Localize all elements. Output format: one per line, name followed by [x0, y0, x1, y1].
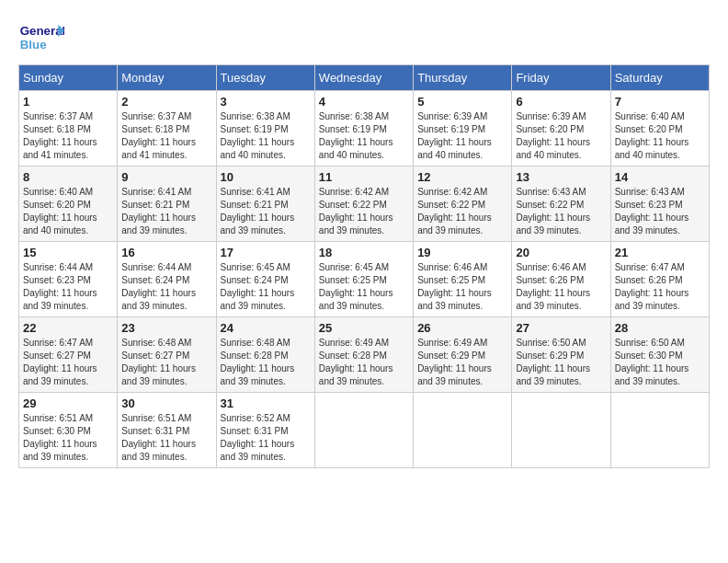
calendar-cell [414, 393, 512, 468]
day-number: 20 [516, 246, 606, 259]
day-info: Sunrise: 6:51 AM Sunset: 6:30 PM Dayligh… [23, 412, 113, 464]
day-info: Sunrise: 6:38 AM Sunset: 6:19 PM Dayligh… [319, 110, 409, 162]
day-info: Sunrise: 6:45 AM Sunset: 6:25 PM Dayligh… [319, 261, 409, 313]
day-number: 7 [615, 95, 705, 109]
day-number: 12 [417, 170, 507, 184]
calendar-cell: 1 Sunrise: 6:37 AM Sunset: 6:18 PM Dayli… [19, 91, 118, 167]
calendar-cell: 11 Sunrise: 6:42 AM Sunset: 6:22 PM Dayl… [314, 167, 413, 242]
calendar-week-4: 22 Sunrise: 6:47 AM Sunset: 6:27 PM Dayl… [19, 317, 710, 393]
calendar-cell [512, 393, 610, 468]
day-info: Sunrise: 6:42 AM Sunset: 6:22 PM Dayligh… [417, 186, 507, 237]
weekday-header-sunday: Sunday [19, 65, 118, 91]
day-info: Sunrise: 6:48 AM Sunset: 6:27 PM Dayligh… [121, 337, 211, 388]
day-number: 15 [23, 246, 113, 259]
day-number: 11 [319, 170, 409, 184]
day-number: 29 [23, 396, 113, 410]
svg-text:Blue: Blue [20, 38, 47, 52]
day-info: Sunrise: 6:42 AM Sunset: 6:22 PM Dayligh… [319, 186, 409, 237]
calendar-cell: 2 Sunrise: 6:37 AM Sunset: 6:18 PM Dayli… [118, 91, 216, 167]
calendar-cell: 18 Sunrise: 6:45 AM Sunset: 6:25 PM Dayl… [314, 242, 413, 317]
calendar-cell: 21 Sunrise: 6:47 AM Sunset: 6:26 PM Dayl… [610, 242, 709, 317]
day-info: Sunrise: 6:41 AM Sunset: 6:21 PM Dayligh… [121, 186, 211, 237]
calendar-week-3: 15 Sunrise: 6:44 AM Sunset: 6:23 PM Dayl… [19, 242, 710, 317]
calendar-cell: 17 Sunrise: 6:45 AM Sunset: 6:24 PM Dayl… [216, 242, 314, 317]
day-info: Sunrise: 6:50 AM Sunset: 6:29 PM Dayligh… [516, 337, 606, 388]
day-number: 25 [319, 321, 409, 335]
day-number: 9 [121, 170, 211, 184]
day-info: Sunrise: 6:39 AM Sunset: 6:19 PM Dayligh… [417, 110, 507, 162]
day-number: 31 [221, 396, 311, 410]
day-info: Sunrise: 6:44 AM Sunset: 6:24 PM Dayligh… [121, 261, 211, 313]
calendar-cell: 6 Sunrise: 6:39 AM Sunset: 6:20 PM Dayli… [512, 91, 610, 167]
day-number: 8 [23, 170, 113, 184]
day-number: 6 [516, 95, 606, 109]
calendar-cell: 3 Sunrise: 6:38 AM Sunset: 6:19 PM Dayli… [216, 91, 314, 167]
day-info: Sunrise: 6:51 AM Sunset: 6:31 PM Dayligh… [121, 412, 211, 464]
weekday-header-saturday: Saturday [610, 65, 709, 91]
day-number: 21 [615, 246, 705, 259]
day-number: 23 [121, 321, 211, 335]
day-info: Sunrise: 6:48 AM Sunset: 6:28 PM Dayligh… [221, 337, 311, 388]
day-number: 2 [121, 95, 211, 109]
day-info: Sunrise: 6:43 AM Sunset: 6:23 PM Dayligh… [615, 186, 705, 237]
day-number: 16 [121, 246, 211, 259]
day-number: 22 [23, 321, 113, 335]
day-info: Sunrise: 6:52 AM Sunset: 6:31 PM Dayligh… [221, 412, 311, 464]
day-info: Sunrise: 6:38 AM Sunset: 6:19 PM Dayligh… [221, 110, 311, 162]
weekday-header-thursday: Thursday [414, 65, 512, 91]
calendar-cell: 20 Sunrise: 6:46 AM Sunset: 6:26 PM Dayl… [512, 242, 610, 317]
calendar-cell: 12 Sunrise: 6:42 AM Sunset: 6:22 PM Dayl… [414, 167, 512, 242]
calendar-cell: 10 Sunrise: 6:41 AM Sunset: 6:21 PM Dayl… [216, 167, 314, 242]
day-number: 5 [417, 95, 507, 109]
day-info: Sunrise: 6:49 AM Sunset: 6:29 PM Dayligh… [417, 337, 507, 388]
day-info: Sunrise: 6:43 AM Sunset: 6:22 PM Dayligh… [516, 186, 606, 237]
calendar-cell: 22 Sunrise: 6:47 AM Sunset: 6:27 PM Dayl… [19, 317, 118, 393]
day-number: 17 [221, 246, 311, 259]
calendar-cell: 24 Sunrise: 6:48 AM Sunset: 6:28 PM Dayl… [216, 317, 314, 393]
calendar-week-1: 1 Sunrise: 6:37 AM Sunset: 6:18 PM Dayli… [19, 91, 710, 167]
weekday-header-tuesday: Tuesday [216, 65, 314, 91]
day-number: 14 [615, 170, 705, 184]
calendar-cell: 29 Sunrise: 6:51 AM Sunset: 6:30 PM Dayl… [19, 393, 118, 468]
calendar-cell: 14 Sunrise: 6:43 AM Sunset: 6:23 PM Dayl… [610, 167, 709, 242]
day-info: Sunrise: 6:47 AM Sunset: 6:27 PM Dayligh… [23, 337, 113, 388]
logo-icon: General Blue [18, 18, 64, 55]
weekday-header-monday: Monday [118, 65, 216, 91]
day-number: 1 [23, 95, 113, 109]
day-number: 28 [615, 321, 705, 335]
calendar-cell [610, 393, 709, 468]
calendar-cell: 28 Sunrise: 6:50 AM Sunset: 6:30 PM Dayl… [610, 317, 709, 393]
day-number: 19 [417, 246, 507, 259]
day-number: 13 [516, 170, 606, 184]
calendar-cell: 13 Sunrise: 6:43 AM Sunset: 6:22 PM Dayl… [512, 167, 610, 242]
day-number: 26 [417, 321, 507, 335]
page-header: General Blue [18, 18, 710, 55]
calendar-cell: 15 Sunrise: 6:44 AM Sunset: 6:23 PM Dayl… [19, 242, 118, 317]
day-info: Sunrise: 6:37 AM Sunset: 6:18 PM Dayligh… [121, 110, 211, 162]
svg-text:General: General [20, 24, 64, 38]
day-number: 3 [221, 95, 311, 109]
calendar-cell: 31 Sunrise: 6:52 AM Sunset: 6:31 PM Dayl… [216, 393, 314, 468]
day-number: 30 [121, 396, 211, 410]
calendar-cell: 30 Sunrise: 6:51 AM Sunset: 6:31 PM Dayl… [118, 393, 216, 468]
weekday-header-row: SundayMondayTuesdayWednesdayThursdayFrid… [19, 65, 710, 91]
calendar-cell [314, 393, 413, 468]
calendar-cell: 9 Sunrise: 6:41 AM Sunset: 6:21 PM Dayli… [118, 167, 216, 242]
weekday-header-friday: Friday [512, 65, 610, 91]
calendar-cell: 5 Sunrise: 6:39 AM Sunset: 6:19 PM Dayli… [414, 91, 512, 167]
calendar-cell: 8 Sunrise: 6:40 AM Sunset: 6:20 PM Dayli… [19, 167, 118, 242]
day-info: Sunrise: 6:40 AM Sunset: 6:20 PM Dayligh… [615, 110, 705, 162]
day-info: Sunrise: 6:46 AM Sunset: 6:26 PM Dayligh… [516, 261, 606, 313]
day-info: Sunrise: 6:40 AM Sunset: 6:20 PM Dayligh… [23, 186, 113, 237]
calendar-cell: 23 Sunrise: 6:48 AM Sunset: 6:27 PM Dayl… [118, 317, 216, 393]
calendar-cell: 27 Sunrise: 6:50 AM Sunset: 6:29 PM Dayl… [512, 317, 610, 393]
day-info: Sunrise: 6:46 AM Sunset: 6:25 PM Dayligh… [417, 261, 507, 313]
weekday-header-wednesday: Wednesday [314, 65, 413, 91]
day-info: Sunrise: 6:47 AM Sunset: 6:26 PM Dayligh… [615, 261, 705, 313]
calendar-cell: 19 Sunrise: 6:46 AM Sunset: 6:25 PM Dayl… [414, 242, 512, 317]
calendar-cell: 7 Sunrise: 6:40 AM Sunset: 6:20 PM Dayli… [610, 91, 709, 167]
calendar-cell: 4 Sunrise: 6:38 AM Sunset: 6:19 PM Dayli… [314, 91, 413, 167]
calendar-cell: 16 Sunrise: 6:44 AM Sunset: 6:24 PM Dayl… [118, 242, 216, 317]
day-number: 4 [319, 95, 409, 109]
calendar-cell: 25 Sunrise: 6:49 AM Sunset: 6:28 PM Dayl… [314, 317, 413, 393]
